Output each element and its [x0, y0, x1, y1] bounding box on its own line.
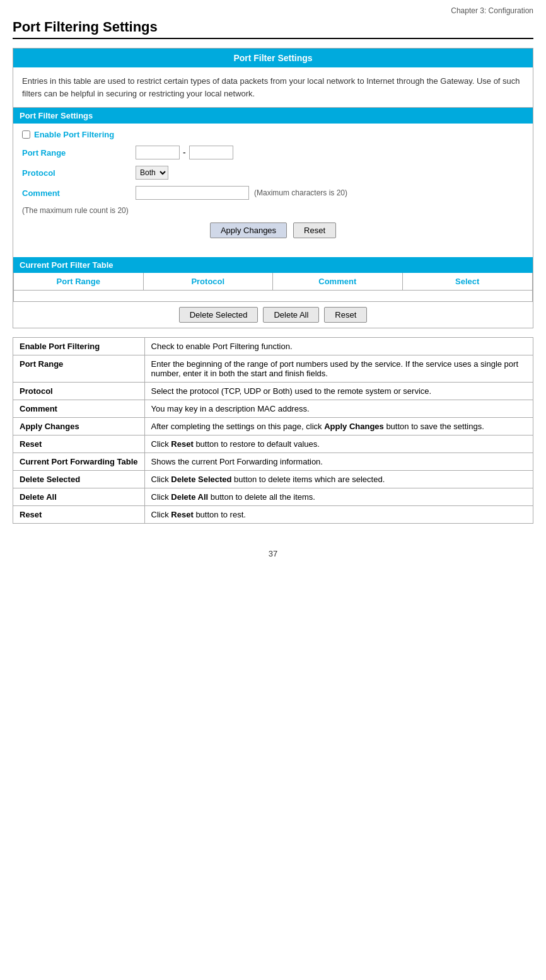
delete-selected-button[interactable]: Delete Selected	[179, 307, 258, 323]
desc-def-protocol: Select the protocol (TCP, UDP or Both) u…	[144, 383, 533, 400]
protocol-select[interactable]: Both TCP UDP	[136, 166, 168, 180]
desc-term-current-table: Current Port Forwarding Table	[13, 453, 145, 471]
desc-term-port-range: Port Range	[13, 355, 145, 383]
desc-row-comment: Comment You may key in a description MAC…	[13, 400, 533, 418]
desc-row-delete-all: Delete All Click Delete All button to de…	[13, 488, 533, 506]
desc-row-enable: Enable Port Filtering Check to enable Po…	[13, 338, 533, 355]
desc-term-comment: Comment	[13, 400, 145, 418]
protocol-label: Protocol	[22, 168, 136, 178]
desc-row-delete-selected: Delete Selected Click Delete Selected bu…	[13, 471, 533, 488]
comment-note: (Maximum characters is 20)	[254, 188, 347, 197]
desc-row-port-range: Port Range Enter the beginning of the ra…	[13, 355, 533, 383]
port-range-label: Port Range	[22, 148, 136, 158]
enable-label: Enable Port Filtering	[34, 130, 114, 139]
port-range-row: Port Range -	[22, 146, 524, 159]
desc-row-apply: Apply Changes After completing the setti…	[13, 418, 533, 435]
port-end-input[interactable]	[189, 146, 233, 159]
desc-term-delete-selected: Delete Selected	[13, 471, 145, 488]
desc-def-apply: After completing the settings on this pa…	[144, 418, 533, 435]
col-port-range: Port Range	[14, 273, 144, 290]
comment-input[interactable]	[136, 186, 249, 200]
delete-all-button[interactable]: Delete All	[263, 307, 319, 323]
desc-term-apply: Apply Changes	[13, 418, 145, 435]
col-comment: Comment	[273, 273, 403, 290]
table-button-row: Delete Selected Delete All Reset	[13, 302, 533, 328]
port-dash: -	[183, 147, 186, 158]
comment-label: Comment	[22, 188, 136, 198]
description-table: Enable Port Filtering Check to enable Po…	[13, 337, 533, 524]
table-reset-button[interactable]: Reset	[324, 307, 367, 323]
desc-row-reset: Reset Click Reset button to restore to d…	[13, 435, 533, 453]
max-rule-note: (The maximum rule count is 20)	[22, 206, 524, 215]
current-table-header: Current Port Filter Table	[13, 257, 533, 273]
comment-row: Comment (Maximum characters is 20)	[22, 186, 524, 200]
page-title: Port Filtering Settings	[13, 19, 533, 39]
col-select: Select	[403, 273, 533, 290]
chapter-header: Chapter 3: Configuration	[13, 6, 533, 15]
enable-row: Enable Port Filtering	[22, 130, 524, 139]
desc-def-delete-all: Click Delete All button to delete all th…	[144, 488, 533, 506]
desc-row-reset2: Reset Click Reset button to rest.	[13, 506, 533, 524]
desc-def-delete-selected: Click Delete Selected button to delete i…	[144, 471, 533, 488]
desc-row-protocol: Protocol Select the protocol (TCP, UDP o…	[13, 383, 533, 400]
section-header: Port Filter Settings	[13, 108, 533, 124]
reset-button[interactable]: Reset	[293, 222, 336, 238]
apply-changes-button[interactable]: Apply Changes	[210, 222, 287, 238]
enable-checkbox[interactable]	[22, 130, 30, 139]
desc-term-reset: Reset	[13, 435, 145, 453]
desc-def-reset: Click Reset button to restore to default…	[144, 435, 533, 453]
desc-term-protocol: Protocol	[13, 383, 145, 400]
description-text: Entries in this table are used to restri…	[13, 67, 533, 107]
table-header-row: Port Range Protocol Comment Select	[13, 273, 533, 291]
desc-def-enable: Check to enable Port Filtering function.	[144, 338, 533, 355]
desc-term-delete-all: Delete All	[13, 488, 145, 506]
outer-box-header: Port Filter Settings	[13, 49, 533, 67]
table-empty-row	[13, 291, 533, 302]
desc-term-reset2: Reset	[13, 506, 145, 524]
port-start-input[interactable]	[136, 146, 180, 159]
form-button-row: Apply Changes Reset	[22, 222, 524, 238]
desc-term-enable: Enable Port Filtering	[13, 338, 145, 355]
desc-def-comment: You may key in a description MAC address…	[144, 400, 533, 418]
desc-def-current-table: Shows the current Port Forwarding inform…	[144, 453, 533, 471]
col-protocol: Protocol	[144, 273, 274, 290]
protocol-row: Protocol Both TCP UDP	[22, 166, 524, 180]
outer-box: Port Filter Settings Entries in this tab…	[13, 48, 533, 328]
current-table-section: Current Port Filter Table Port Range Pro…	[13, 257, 533, 328]
desc-row-current-table: Current Port Forwarding Table Shows the …	[13, 453, 533, 471]
desc-def-port-range: Enter the beginning of the range of port…	[144, 355, 533, 383]
page-number: 37	[13, 549, 533, 558]
desc-def-reset2: Click Reset button to rest.	[144, 506, 533, 524]
